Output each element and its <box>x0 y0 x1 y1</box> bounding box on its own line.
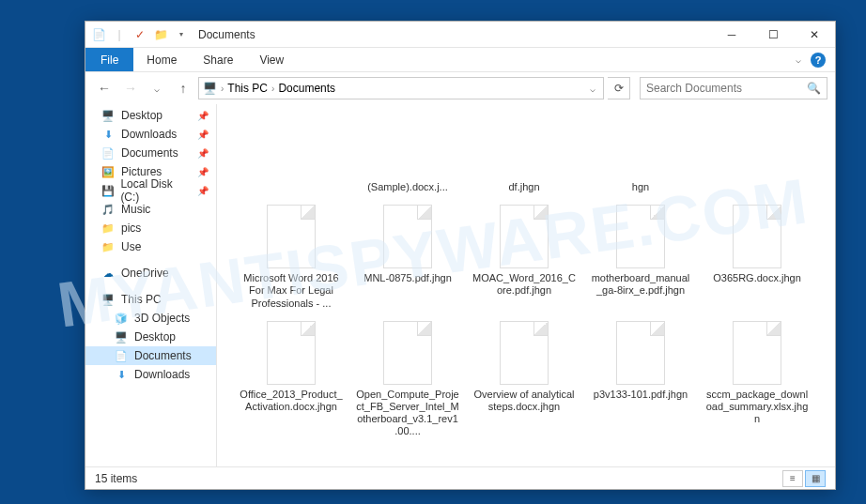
3d-objects-icon: 🧊 <box>114 311 129 326</box>
file-item[interactable]: hgn <box>585 110 696 197</box>
sidebar-item-this-pc[interactable]: 🖥️This PC <box>85 290 216 309</box>
onedrive-icon: ☁ <box>101 266 116 281</box>
sidebar-item-pics[interactable]: 📁pics <box>85 219 216 237</box>
breadcrumb-dropdown-icon[interactable]: ⌵ <box>590 84 599 94</box>
properties-icon[interactable]: 📄 <box>91 27 106 42</box>
pictures-icon: 🖼️ <box>101 164 116 179</box>
sidebar-item-label: pics <box>121 221 141 235</box>
sidebar-item-desktop[interactable]: 🖥️Desktop📌 <box>85 106 216 125</box>
details-view-button[interactable]: ≡ <box>782 470 803 487</box>
file-label: Office_2013_Product_Activation.docx.jhgn <box>240 389 343 413</box>
file-grid: (Sample).docx.j... df.jhgn hgn Microsoft… <box>236 110 826 442</box>
file-item[interactable]: Microsoft Word 2016 For Max For Legal Pr… <box>236 201 347 313</box>
file-item[interactable]: MNL-0875.pdf.jhgn <box>352 201 463 313</box>
file-label: (Sample).docx.j... <box>367 181 448 193</box>
file-item[interactable]: MOAC_Word_2016_Core.pdf.jhgn <box>469 201 580 313</box>
file-thumb-icon <box>500 321 549 385</box>
file-item[interactable]: p3v133-101.pdf.jhgn <box>585 317 696 442</box>
this-pc-icon: 🖥️ <box>101 292 116 307</box>
file-thumb-icon <box>616 205 665 268</box>
up-button[interactable]: ↑ <box>172 77 194 99</box>
window-title: Documents <box>198 28 255 41</box>
breadcrumb-sep-icon: › <box>271 84 274 94</box>
file-label: hgn <box>632 181 649 193</box>
pin-icon: 📌 <box>197 130 212 140</box>
checkmark-icon[interactable]: ✓ <box>132 27 147 42</box>
file-item[interactable]: (Sample).docx.j... <box>352 110 463 197</box>
file-item[interactable]: Overview of analytical steps.docx.jhgn <box>469 317 580 442</box>
file-label: Open_Compute_Project_FB_Server_Intel_Mot… <box>356 389 459 438</box>
minimize-button[interactable]: ─ <box>711 22 752 48</box>
explorer-window: 📄 | ✓ 📁 ▾ Documents ─ ☐ ✕ File Home Shar… <box>85 21 836 490</box>
folder-icon: 📁 <box>101 221 116 236</box>
maximize-button[interactable]: ☐ <box>752 22 794 48</box>
file-label: Overview of analytical steps.docx.jhgn <box>472 389 576 413</box>
file-thumb-icon <box>383 321 432 385</box>
sidebar-item-onedrive[interactable]: ☁OneDrive <box>85 264 216 283</box>
refresh-button[interactable]: ⟳ <box>608 77 630 99</box>
file-label: sccm_package_download_summary.xlsx.jhgn <box>705 389 809 426</box>
window-controls: ─ ☐ ✕ <box>711 22 835 48</box>
icons-view-button[interactable]: ▦ <box>805 470 826 487</box>
file-item[interactable]: Open_Compute_Project_FB_Server_Intel_Mot… <box>352 317 463 442</box>
search-input[interactable] <box>646 82 807 95</box>
file-label: Microsoft Word 2016 For Max For Legal Pr… <box>240 272 343 310</box>
sidebar-item-label: Downloads <box>121 128 177 141</box>
folder-icon[interactable]: 📁 <box>153 27 168 42</box>
breadcrumb-this-pc[interactable]: This PC <box>227 82 268 95</box>
forward-button[interactable]: → <box>119 77 142 99</box>
tab-view[interactable]: View <box>246 50 297 70</box>
disk-icon: 💾 <box>101 183 115 198</box>
file-item[interactable]: df.jhgn <box>469 110 580 197</box>
help-icon[interactable]: ? <box>811 53 826 68</box>
breadcrumb[interactable]: 🖥️ › This PC › Documents ⌵ <box>198 77 604 99</box>
sidebar-item-label: Music <box>121 203 150 216</box>
back-button[interactable]: ← <box>93 77 116 99</box>
sidebar-item-downloads[interactable]: ⬇Downloads📌 <box>85 125 216 144</box>
qat-dropdown-icon[interactable]: ▾ <box>174 27 189 42</box>
breadcrumb-sep-icon: › <box>221 84 224 94</box>
desktop-icon: 🖥️ <box>101 108 116 123</box>
breadcrumb-documents[interactable]: Documents <box>278 82 335 95</box>
sidebar-item-label: Use <box>121 240 141 253</box>
file-item[interactable]: Office_2013_Product_Activation.docx.jhgn <box>236 317 347 442</box>
sidebar-item-desktop-pc[interactable]: 🖥️Desktop <box>85 328 216 346</box>
pin-icon: 📌 <box>197 167 212 177</box>
content-area: 🖥️Desktop📌 ⬇Downloads📌 📄Documents📌 🖼️Pic… <box>85 104 835 466</box>
close-button[interactable]: ✕ <box>794 22 835 48</box>
file-thumb-icon <box>733 321 781 385</box>
quick-access-toolbar: 📄 | ✓ 📁 ▾ <box>85 27 194 42</box>
navigation-pane[interactable]: 🖥️Desktop📌 ⬇Downloads📌 📄Documents📌 🖼️Pic… <box>85 104 217 466</box>
file-thumb-icon <box>616 321 665 385</box>
ribbon-collapse-icon[interactable]: ⌵ <box>796 54 801 65</box>
file-thumb-icon <box>383 205 432 268</box>
sidebar-item-use[interactable]: 📁Use <box>85 237 216 256</box>
sidebar-item-label: Desktop <box>134 330 176 344</box>
sidebar-item-documents[interactable]: 📄Documents📌 <box>85 144 216 162</box>
sidebar-item-documents-pc[interactable]: 📄Documents <box>85 346 216 365</box>
pin-icon: 📌 <box>197 186 212 196</box>
recent-locations-icon[interactable]: ⌵ <box>146 77 168 99</box>
sidebar-item-local-disk[interactable]: 💾Local Disk (C:)📌 <box>85 181 216 200</box>
search-icon[interactable]: 🔍 <box>807 82 821 95</box>
file-label: p3v133-101.pdf.jhgn <box>594 389 688 401</box>
sidebar-item-label: This PC <box>121 293 162 306</box>
sidebar-item-label: 3D Objects <box>134 312 190 325</box>
downloads-icon: ⬇ <box>101 127 116 142</box>
file-label: O365RG.docx.jhgn <box>713 272 801 284</box>
ribbon-tabs: File Home Share View ⌵ ? <box>85 48 835 72</box>
file-pane[interactable]: (Sample).docx.j... df.jhgn hgn Microsoft… <box>217 104 835 466</box>
tab-home[interactable]: Home <box>133 50 190 70</box>
search-box[interactable]: 🔍 <box>640 77 827 99</box>
file-item[interactable]: motherboard_manual_ga-8irx_e.pdf.jhgn <box>585 201 696 313</box>
sidebar-item-label: Downloads <box>134 368 190 381</box>
file-item[interactable]: O365RG.docx.jhgn <box>702 201 812 313</box>
file-item[interactable]: sccm_package_download_summary.xlsx.jhgn <box>702 317 812 442</box>
tab-share[interactable]: Share <box>190 50 246 70</box>
sidebar-item-downloads-pc[interactable]: ⬇Downloads <box>85 365 216 384</box>
sidebar-item-label: Desktop <box>121 109 162 122</box>
file-tab[interactable]: File <box>85 48 133 71</box>
sidebar-item-3d-objects[interactable]: 🧊3D Objects <box>85 309 216 328</box>
file-thumb-icon <box>500 205 549 268</box>
music-icon: 🎵 <box>101 202 116 217</box>
